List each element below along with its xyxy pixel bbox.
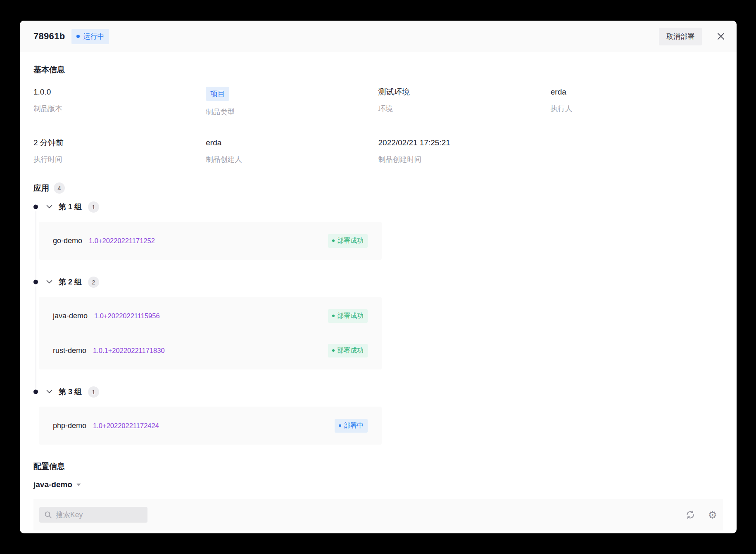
app-row-php-demo[interactable]: php-demo 1.0+20220221172424 部署中 [53,408,368,443]
config-section: 配置信息 java-demo [33,461,723,533]
applications-count-badge: 4 [54,182,65,194]
close-icon[interactable] [716,31,726,41]
modal-header: 78961b 运行中 取消部署 [20,21,737,52]
group-count-badge: 2 [88,277,99,288]
deploy-group-1: 第 1 组 1 go-demo 1.0+20220221171252 部署成功 [33,201,723,260]
info-field-create-time: 2022/02/21 17:25:21 制品创建时间 [378,137,551,164]
deploy-group-2: 第 2 组 2 java-demo 1.0+20220221115956 部署成… [33,276,723,369]
refresh-icon[interactable] [685,509,696,520]
info-field-exec-time: 2 分钟前 执行时间 [33,137,206,164]
app-name: rust-demo [53,346,86,355]
deployment-id-title: 78961b [33,31,65,42]
app-version-link[interactable]: 1.0.1+20220221171830 [93,347,165,355]
status-dot-icon [76,35,80,38]
status-dot-icon [332,349,335,352]
basic-info-section: 基本信息 1.0.0 制品版本 项目 制品类型 测试环境 环境 erda 执行人 [33,64,723,164]
app-version-link[interactable]: 1.0+20220221171252 [89,237,155,245]
app-name: go-demo [53,237,82,245]
app-card: java-demo 1.0+20220221115956 部署成功 rust-d… [39,297,382,369]
app-row-go-demo[interactable]: go-demo 1.0+20220221171252 部署成功 [53,223,368,258]
config-table-toolbar: ⚙ [33,499,723,530]
app-row-java-demo[interactable]: java-demo 1.0+20220221115956 部署成功 [53,298,368,333]
deploy-groups-timeline: 第 1 组 1 go-demo 1.0+20220221171252 部署成功 [33,201,723,445]
deploy-status-badge: 部署中 [335,419,368,433]
config-table-header-row: Key Value 类型 是否加密 备注 操作 [33,530,723,533]
deploy-status-badge: 部署成功 [328,234,368,248]
search-icon [44,511,52,519]
info-field-version: 1.0.0 制品版本 [33,87,206,117]
deploy-group-3: 第 3 组 1 php-demo 1.0+20220221172424 部署中 [33,386,723,445]
group-title: 第 3 组 [59,387,82,397]
group-count-badge: 1 [88,386,99,398]
search-box [39,507,147,523]
status-badge: 运行中 [71,29,109,44]
applications-section: 应用 4 第 1 组 1 go-demo [33,182,723,445]
info-field-creator: erda 制品创建人 [206,137,378,164]
timeline-bullet-icon [33,280,38,284]
app-card: go-demo 1.0+20220221171252 部署成功 [39,222,382,260]
timeline-bullet-icon [33,390,38,394]
app-name: php-demo [53,421,86,430]
status-dot-icon [339,424,341,427]
basic-info-grid: 1.0.0 制品版本 项目 制品类型 测试环境 环境 erda 执行人 2 分钟… [33,87,723,164]
chevron-down-icon[interactable] [46,280,52,284]
app-version-link[interactable]: 1.0+20220221172424 [93,422,159,430]
app-name: java-demo [53,312,88,320]
config-app-selector[interactable]: java-demo [33,480,81,489]
artifact-type-badge: 项目 [206,87,229,101]
app-version-link[interactable]: 1.0+20220221115956 [94,312,160,320]
info-field-environment: 测试环境 环境 [378,87,551,117]
gear-icon[interactable]: ⚙ [708,510,717,520]
app-card: php-demo 1.0+20220221172424 部署中 [39,407,382,445]
status-badge-label: 运行中 [83,32,104,41]
search-key-input[interactable] [39,507,147,523]
info-field-executor: erda 执行人 [551,87,723,117]
caret-down-icon [76,483,81,486]
group-title: 第 1 组 [59,202,82,212]
applications-heading: 应用 [33,183,49,194]
app-row-rust-demo[interactable]: rust-demo 1.0.1+20220221171830 部署成功 [53,333,368,368]
info-field-artifact-type: 项目 制品类型 [206,87,378,117]
deployment-detail-modal: 78961b 运行中 取消部署 基本信息 1.0.0 制品版本 项目 制品类型 [20,21,737,533]
config-heading: 配置信息 [33,461,723,472]
deploy-status-badge: 部署成功 [328,344,368,357]
chevron-down-icon[interactable] [46,390,52,394]
cancel-deploy-button[interactable]: 取消部署 [659,28,702,45]
status-dot-icon [332,315,335,317]
timeline-bullet-icon [33,205,38,209]
chevron-down-icon[interactable] [46,205,52,209]
status-dot-icon [332,239,335,242]
group-count-badge: 1 [88,201,99,213]
basic-info-heading: 基本信息 [33,64,723,75]
group-title: 第 2 组 [59,277,82,287]
deploy-status-badge: 部署成功 [328,309,368,323]
